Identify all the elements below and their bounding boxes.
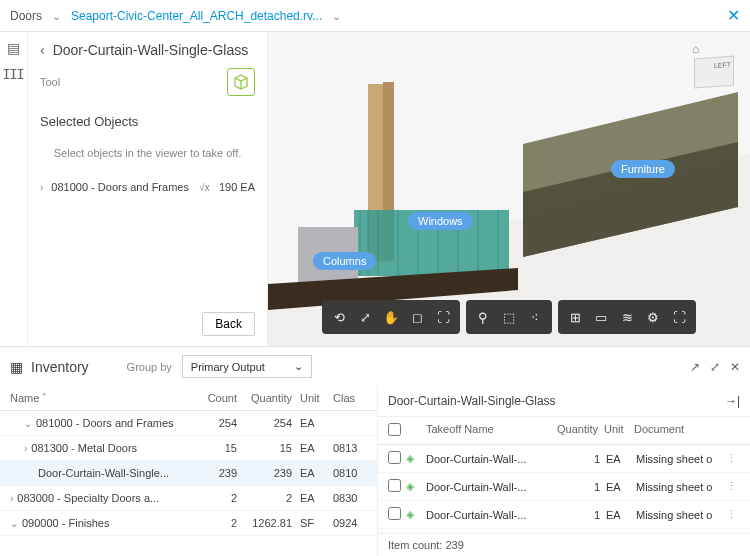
tool-label: Tool xyxy=(40,76,60,88)
detail-header: Door-Curtain-Wall-Single-Glass →| xyxy=(378,386,750,417)
layers-icon[interactable]: ≋ xyxy=(614,304,640,330)
col-count[interactable]: Count xyxy=(182,392,237,404)
file-dropdown[interactable]: Seaport-Civic-Center_All_ARCH_detached.r… xyxy=(71,9,717,23)
col-unit[interactable]: Unit xyxy=(292,392,327,404)
orbit-icon[interactable]: ⟲ xyxy=(326,304,352,330)
fullscreen-icon[interactable]: ⛶ xyxy=(666,304,692,330)
viewer-tag-columns[interactable]: Columns xyxy=(313,252,376,270)
row-checkbox[interactable] xyxy=(388,451,401,464)
chevron-down-icon xyxy=(328,9,341,23)
tool-row: Tool xyxy=(40,68,255,96)
inventory-title: Inventory xyxy=(31,359,89,375)
left-panel: ‹ Door-Curtain-Wall-Single-Glass Tool Se… xyxy=(28,32,268,346)
table-row[interactable]: 083000 - Specialty Doors a...22EA0830 xyxy=(0,486,377,511)
main-area: ▤ ⵊⵊⵊ ‹ Door-Curtain-Wall-Single-Glass T… xyxy=(0,32,750,346)
detail-title: Door-Curtain-Wall-Single-Glass xyxy=(388,394,556,408)
tree-icon[interactable]: ⊞ xyxy=(562,304,588,330)
select-all-checkbox[interactable] xyxy=(388,423,401,436)
group-by-value: Primary Output xyxy=(191,361,265,373)
viewer-tag-furniture[interactable]: Furniture xyxy=(611,160,675,178)
col-takeoff-name[interactable]: Takeoff Name xyxy=(406,423,548,438)
file-name: Seaport-Civic-Center_All_ARCH_detached.r… xyxy=(71,9,322,23)
top-bar: Doors Seaport-Civic-Center_All_ARCH_deta… xyxy=(0,0,750,32)
zoom-window-icon[interactable]: ◻ xyxy=(404,304,430,330)
detail-row[interactable]: ◈Door-Curtain-Wall-...1EAMissing sheet o… xyxy=(378,473,750,501)
viewer-tag-windows[interactable]: Windows xyxy=(408,212,473,230)
selected-objects-hint: Select objects in the viewer to take off… xyxy=(40,147,255,159)
table-row[interactable]: 081000 - Doors and Frames254254EA xyxy=(0,411,377,436)
cube-icon: ◈ xyxy=(406,508,422,521)
table-row[interactable]: Door-Curtain-Wall-Single...239239EA0810 xyxy=(0,461,377,486)
group-by-label: Group by xyxy=(127,361,172,373)
cube-face[interactable] xyxy=(694,56,734,89)
table-header: Name ˆ Count Quantity Unit Clas xyxy=(0,386,377,411)
open-external-icon[interactable]: ↗ xyxy=(690,360,700,374)
inventory-table: Name ˆ Count Quantity Unit Clas 081000 -… xyxy=(0,386,378,556)
properties-icon[interactable]: ▤ xyxy=(7,40,20,56)
cube-icon xyxy=(233,74,249,90)
tool-cube-button[interactable] xyxy=(227,68,255,96)
object-label: 081000 - Doors and Frames xyxy=(51,181,189,193)
back-chevron-icon[interactable]: ‹ xyxy=(40,42,45,58)
model-viewer[interactable]: Furniture Windows Columns ⌂ ⟲ ⤢ ✋ ◻ ⛶ ⚲ … xyxy=(268,32,750,346)
inventory-header: ▦ Inventory Group by Primary Output ⌄ ↗ … xyxy=(0,347,750,386)
expand-icon[interactable]: ⤢ xyxy=(710,360,720,374)
table-row[interactable]: 081300 - Metal Doors1515EA0813 xyxy=(0,436,377,461)
cube-icon: ◈ xyxy=(406,452,422,465)
chevron-down-icon: ⌄ xyxy=(294,360,303,373)
more-icon[interactable]: ⋮ xyxy=(726,508,740,521)
category-dropdown[interactable]: Doors xyxy=(10,9,61,23)
expand-icon xyxy=(40,181,47,193)
group-by-select[interactable]: Primary Output ⌄ xyxy=(182,355,312,378)
table-row[interactable]: 090000 - Finishes21262.81SF0924 xyxy=(0,511,377,536)
home-icon[interactable]: ⌂ xyxy=(692,42,699,56)
category-label: Doors xyxy=(10,9,42,23)
section-icon[interactable]: ⚲ xyxy=(470,304,496,330)
viewer-toolbar: ⟲ ⤢ ✋ ◻ ⛶ ⚲ ⬚ ⁖ ⊞ ▭ ≋ ⚙ ⛶ xyxy=(322,300,696,334)
formula-icon: √x xyxy=(199,182,210,193)
col-unit[interactable]: Unit xyxy=(598,423,628,438)
sort-asc-icon: ˆ xyxy=(42,392,46,404)
panel-title: Door-Curtain-Wall-Single-Glass xyxy=(53,42,249,58)
object-qty: 190 EA xyxy=(219,181,255,193)
pan-icon[interactable]: ✋ xyxy=(378,304,404,330)
chevron-down-icon xyxy=(48,9,61,23)
detail-table-header: Takeoff Name Quantity Unit Document xyxy=(378,417,750,445)
zoom-icon[interactable]: ⛶ xyxy=(430,304,456,330)
detail-footer: Item count: 239 xyxy=(378,533,750,556)
takeoff-icon[interactable]: ⵊⵊⵊ xyxy=(0,66,24,82)
col-class[interactable]: Clas xyxy=(327,392,367,404)
left-rail: ▤ ⵊⵊⵊ xyxy=(0,32,28,346)
object-row[interactable]: 081000 - Doors and Frames √x 190 EA xyxy=(40,181,255,193)
col-doc[interactable]: Document xyxy=(628,423,726,438)
col-name[interactable]: Name ˆ xyxy=(10,392,182,404)
inventory-body: Name ˆ Count Quantity Unit Clas 081000 -… xyxy=(0,386,750,556)
col-qty[interactable]: Quantity xyxy=(548,423,598,438)
cube-icon: ◈ xyxy=(406,480,422,493)
more-icon[interactable]: ⋮ xyxy=(726,480,740,493)
close-icon[interactable]: ✕ xyxy=(727,6,740,25)
close-icon[interactable]: ✕ xyxy=(730,360,740,374)
fit-icon[interactable]: ⤢ xyxy=(352,304,378,330)
grid-icon: ▦ xyxy=(10,359,23,375)
sheet-icon[interactable]: ▭ xyxy=(588,304,614,330)
back-button[interactable]: Back xyxy=(202,312,255,336)
cluster-icon[interactable]: ⁖ xyxy=(522,304,548,330)
inventory-panel: ▦ Inventory Group by Primary Output ⌄ ↗ … xyxy=(0,346,750,556)
col-qty[interactable]: Quantity xyxy=(237,392,292,404)
collapse-icon[interactable]: →| xyxy=(725,394,740,408)
model-render xyxy=(268,32,750,346)
panel-header: ‹ Door-Curtain-Wall-Single-Glass xyxy=(40,42,255,58)
detail-panel: Door-Curtain-Wall-Single-Glass →| Takeof… xyxy=(378,386,750,556)
more-icon[interactable]: ⋮ xyxy=(726,452,740,465)
row-checkbox[interactable] xyxy=(388,507,401,520)
view-cube[interactable]: ⌂ xyxy=(684,42,740,90)
explode-icon[interactable]: ⬚ xyxy=(496,304,522,330)
detail-row[interactable]: ◈Door-Curtain-Wall-...1EAMissing sheet o… xyxy=(378,445,750,473)
detail-row[interactable]: ◈Door-Curtain-Wall-...1EAMissing sheet o… xyxy=(378,501,750,529)
selected-objects-title: Selected Objects xyxy=(40,114,255,129)
settings-icon[interactable]: ⚙ xyxy=(640,304,666,330)
row-checkbox[interactable] xyxy=(388,479,401,492)
